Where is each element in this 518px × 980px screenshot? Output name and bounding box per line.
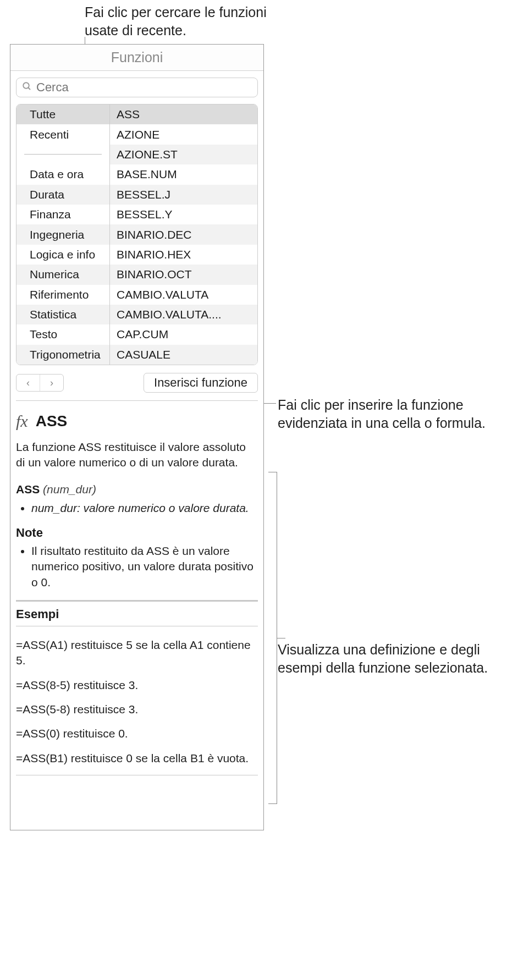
callout-bracket xyxy=(268,472,277,804)
callout-recent: Fai clic per cercare le funzioni usate d… xyxy=(85,3,272,39)
function-item[interactable]: BINARIO.HEX xyxy=(110,245,257,265)
category-item[interactable]: Statistica xyxy=(16,305,109,324)
function-item[interactable]: CAMBIO.VALUTA xyxy=(110,285,257,305)
example-item: =ASS(B1) restituisce 0 se la cella B1 è … xyxy=(16,751,258,766)
nav-buttons: ‹ › xyxy=(16,374,64,392)
example-item: =ASS(8-5) restituisce 3. xyxy=(16,678,258,693)
callout-description: Visualizza una definizione e degli esemp… xyxy=(278,641,509,676)
function-signature: ASS (num_dur) xyxy=(16,483,258,496)
example-item: =ASS(A1) restituisce 5 se la cella A1 co… xyxy=(16,637,258,669)
note-item: Il risultato restituito da ASS è un valo… xyxy=(31,543,258,590)
category-item[interactable]: Trigonometria xyxy=(16,345,109,365)
category-divider xyxy=(16,145,109,164)
svg-line-1 xyxy=(28,87,30,90)
separator xyxy=(16,400,258,401)
panel-title: Funzioni xyxy=(10,45,263,71)
function-name: ASS xyxy=(36,412,68,430)
category-item[interactable]: Riferimento xyxy=(16,285,109,305)
separator xyxy=(16,775,258,775)
category-item[interactable]: Ingegneria xyxy=(16,224,109,244)
note-heading: Note xyxy=(16,526,258,540)
search-icon xyxy=(22,81,32,94)
example-item: =ASS(0) restituisce 0. xyxy=(16,726,258,741)
function-item[interactable]: AZIONE xyxy=(110,124,257,144)
category-item[interactable]: Finanza xyxy=(16,205,109,224)
actions-row: ‹ › Inserisci funzione xyxy=(10,368,263,400)
function-item[interactable]: CASUALE xyxy=(110,345,257,365)
nav-next-button[interactable]: › xyxy=(40,375,63,391)
nav-prev-button[interactable]: ‹ xyxy=(16,375,40,391)
function-item[interactable]: BINARIO.OCT xyxy=(110,265,257,284)
function-summary: La funzione ASS restituisce il valore as… xyxy=(16,439,258,471)
examples-heading: Esempi xyxy=(16,607,258,621)
function-item[interactable]: CAMBIO.VALUTA.... xyxy=(110,305,257,324)
category-item[interactable]: Numerica xyxy=(16,265,109,284)
separator xyxy=(16,626,258,626)
insert-function-button[interactable]: Inserisci funzione xyxy=(144,373,258,393)
separator xyxy=(16,600,258,602)
lists-container: Tutte Recenti Data e ora Durata Finanza … xyxy=(16,104,258,365)
function-item[interactable]: BINARIO.DEC xyxy=(110,224,257,244)
examples-list: =ASS(A1) restituisce 5 se la cella A1 co… xyxy=(16,637,258,766)
category-item[interactable]: Tutte xyxy=(16,104,109,124)
function-item[interactable]: CAP.CUM xyxy=(110,324,257,344)
note-list: Il risultato restituito da ASS è un valo… xyxy=(16,543,258,590)
signature-name: ASS xyxy=(16,483,40,495)
signature-args: (num_dur) xyxy=(43,483,96,495)
param-list: num_dur: valore numerico o valore durata… xyxy=(16,500,258,516)
search-box[interactable] xyxy=(16,78,258,97)
function-item[interactable]: BESSEL.J xyxy=(110,185,257,205)
category-item[interactable]: Testo xyxy=(16,324,109,344)
svg-point-0 xyxy=(23,82,29,89)
category-list[interactable]: Tutte Recenti Data e ora Durata Finanza … xyxy=(16,104,110,365)
function-item[interactable]: AZIONE.ST xyxy=(110,145,257,164)
fx-icon: fx xyxy=(16,412,28,431)
function-title-row: fx ASS xyxy=(16,412,258,431)
definition-area: fx ASS La funzione ASS restituisce il va… xyxy=(10,412,263,793)
callout-insert: Fai clic per inserire la funzione eviden… xyxy=(278,396,498,432)
function-item[interactable]: BASE.NUM xyxy=(110,164,257,184)
category-item[interactable]: Logica e info xyxy=(16,245,109,265)
function-item[interactable]: ASS xyxy=(110,104,257,124)
param-item: num_dur: valore numerico o valore durata… xyxy=(31,500,258,516)
search-input[interactable] xyxy=(36,80,252,95)
search-row xyxy=(10,71,263,101)
category-item[interactable]: Recenti xyxy=(16,124,109,144)
function-list[interactable]: ASS AZIONE AZIONE.ST BASE.NUM BESSEL.J B… xyxy=(110,104,257,365)
function-item[interactable]: BESSEL.Y xyxy=(110,205,257,224)
category-item[interactable]: Data e ora xyxy=(16,164,109,184)
category-item[interactable]: Durata xyxy=(16,185,109,205)
example-item: =ASS(5-8) restituisce 3. xyxy=(16,702,258,717)
functions-panel: Funzioni Tutte Recenti Data e ora Durata… xyxy=(10,44,264,830)
